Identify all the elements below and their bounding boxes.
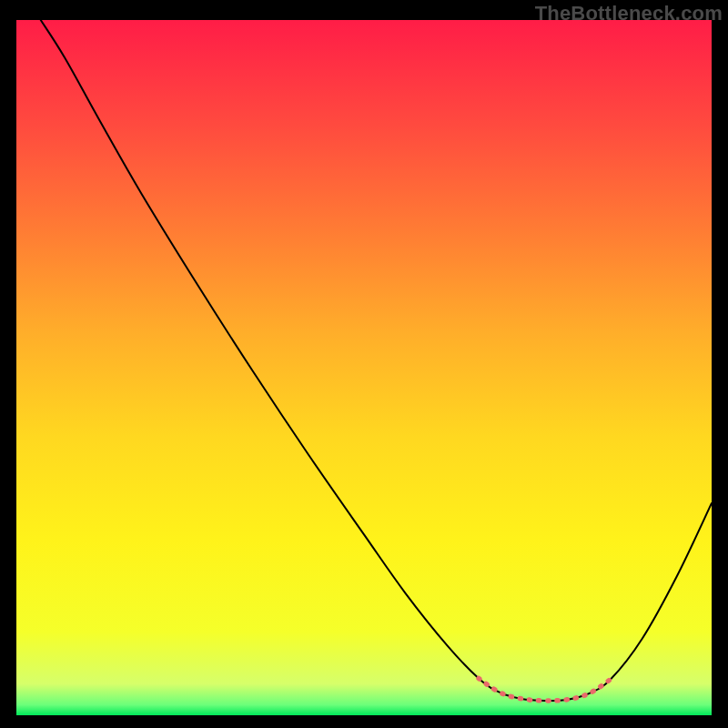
gradient-background [16,20,712,715]
chart-frame [16,20,712,715]
bottleneck-chart [16,20,712,715]
